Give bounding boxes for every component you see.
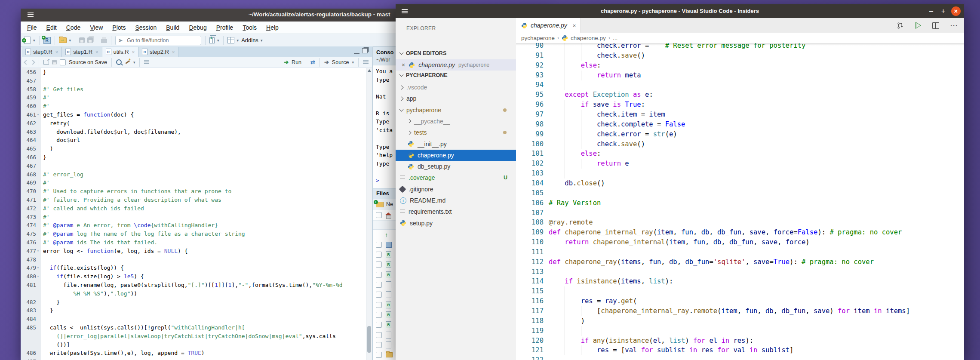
vscode-titlebar[interactable]: chaperone.py - pychaperone - Visual Stud…: [396, 4, 964, 18]
new-folder-icon[interactable]: [376, 202, 384, 207]
console-tab[interactable]: Conso: [376, 49, 393, 55]
fold-arrow-icon[interactable]: ▾: [37, 272, 39, 281]
sidebar-item-chaperone-py[interactable]: chaperone.py: [396, 150, 516, 161]
workspace-panes-icon[interactable]: [227, 37, 234, 43]
new-folder-label[interactable]: Ne: [386, 201, 393, 207]
menu-code[interactable]: Code: [61, 24, 85, 31]
file-checkbox[interactable]: [376, 332, 382, 338]
sidebar-item--gitignore[interactable]: .gitignore: [396, 184, 516, 195]
file-checkbox[interactable]: [376, 262, 382, 268]
menu-icon[interactable]: [28, 12, 34, 17]
sidebar-item-requirements-txt[interactable]: requirements.txt: [396, 206, 516, 217]
files-tab[interactable]: Files: [376, 190, 389, 197]
new-project-icon[interactable]: R: [43, 37, 51, 44]
file-checkbox[interactable]: [376, 282, 382, 288]
close-tab-icon[interactable]: ×: [132, 49, 135, 55]
file-checkbox[interactable]: [376, 292, 382, 298]
split-editor-icon[interactable]: [932, 22, 939, 29]
editor-tab-utils.r[interactable]: Rutils.R×: [102, 47, 139, 57]
source-button[interactable]: Source: [332, 59, 349, 65]
sidebar-item--coverage[interactable]: .coverageU: [396, 172, 516, 183]
code-editor[interactable]: 90 check.error = # Reset error message f…: [516, 43, 964, 360]
sidebar-item-readme-md[interactable]: iREADME.md: [396, 195, 516, 206]
menu-edit[interactable]: Edit: [42, 24, 61, 31]
editor-tab-step0.r[interactable]: Rstep0.R×: [22, 47, 62, 57]
file-checkbox[interactable]: [376, 352, 382, 358]
run-button[interactable]: Run: [292, 59, 301, 65]
sidebar-item--vscode[interactable]: .vscode: [396, 82, 516, 93]
import-dataset-icon[interactable]: [209, 37, 215, 43]
close-icon[interactable]: ×: [402, 62, 405, 68]
save-all-icon[interactable]: [87, 37, 93, 43]
forward-icon[interactable]: [30, 60, 35, 65]
sidebar-item--pycache-[interactable]: __pycache__: [396, 116, 516, 127]
goto-file-function-input[interactable]: [126, 37, 200, 44]
open-editors-section[interactable]: OPEN EDITORS: [396, 48, 516, 58]
scrollbar-thumb[interactable]: [367, 326, 371, 353]
close-button[interactable]: ×: [951, 6, 961, 16]
open-changes-icon[interactable]: [897, 22, 904, 29]
menu-profile[interactable]: Profile: [212, 24, 238, 31]
editor-tab-step2.r[interactable]: Rstep2.R×: [138, 47, 178, 57]
close-tab-icon[interactable]: ×: [55, 49, 58, 55]
new-file-caret-icon[interactable]: ▾: [33, 38, 35, 43]
sidebar-item-app[interactable]: app: [396, 93, 516, 104]
open-editor-item[interactable]: × chaperone.py pychaperone: [396, 59, 516, 71]
compile-report-icon[interactable]: [144, 60, 149, 65]
menu-session[interactable]: Session: [130, 24, 161, 31]
menu-view[interactable]: View: [85, 24, 108, 31]
fold-arrow-icon[interactable]: ▾: [37, 264, 39, 272]
back-icon[interactable]: [24, 60, 28, 65]
open-file-icon[interactable]: [59, 37, 67, 43]
rerun-icon[interactable]: ⇄: [310, 59, 315, 65]
document-outline-icon[interactable]: [363, 60, 369, 65]
save-source-icon[interactable]: [52, 60, 57, 65]
root-folder-section[interactable]: PYCHAPERONE: [396, 70, 516, 80]
menu-debug[interactable]: Debug: [184, 24, 211, 31]
file-checkbox[interactable]: [376, 242, 382, 248]
open-file-caret-icon[interactable]: ▾: [69, 38, 71, 43]
scroll-up-icon[interactable]: [368, 69, 371, 72]
console-prompt[interactable]: >: [376, 176, 382, 185]
sidebar-item-setup-py[interactable]: setup.py: [396, 218, 516, 229]
find-replace-icon[interactable]: [116, 59, 122, 65]
menu-tools[interactable]: Tools: [238, 24, 261, 31]
source-on-save-checkbox[interactable]: [60, 59, 66, 65]
tab-chaperone-py[interactable]: chaperone.py ×: [516, 18, 581, 33]
minimize-button[interactable]: –: [929, 4, 933, 18]
source-editor[interactable]: 456}457458#' Get files459#'460#'461▾get_…: [22, 68, 372, 360]
sidebar-item--init-py[interactable]: __init__.py: [396, 138, 516, 150]
close-tab-icon[interactable]: ×: [95, 49, 98, 55]
run-icon[interactable]: ➔: [284, 59, 289, 65]
editor-tab-step1.r[interactable]: Rstep1.R×: [62, 47, 102, 57]
menu-plots[interactable]: Plots: [108, 24, 130, 31]
sidebar-item-db-setup-py[interactable]: db_setup.py: [396, 161, 516, 172]
file-checkbox[interactable]: [376, 272, 382, 278]
breadcrumb-item[interactable]: pychaperone: [521, 35, 555, 41]
close-tab-icon[interactable]: ×: [573, 22, 576, 29]
file-checkbox[interactable]: [376, 322, 382, 328]
popout-editor-icon[interactable]: [43, 60, 49, 65]
run-python-file-icon[interactable]: [915, 22, 921, 29]
new-file-icon[interactable]: [24, 37, 31, 44]
addins-menu[interactable]: Addins ▾: [241, 37, 262, 43]
editor-scrollbar[interactable]: [957, 43, 957, 360]
breadcrumb-item[interactable]: chaperone.py: [571, 35, 606, 41]
panes-caret-icon[interactable]: ▾: [237, 38, 239, 43]
file-checkbox[interactable]: [376, 302, 382, 308]
file-checkbox[interactable]: [376, 342, 382, 348]
menu-file[interactable]: File: [22, 24, 42, 31]
fold-arrow-icon[interactable]: ▾: [37, 247, 39, 255]
menu-build[interactable]: Build: [161, 24, 184, 31]
fold-arrow-icon[interactable]: ▾: [37, 111, 39, 119]
file-checkbox[interactable]: [376, 252, 382, 258]
code-tools-caret-icon[interactable]: ▾: [133, 60, 135, 65]
sidebar-item-pychaperone[interactable]: pychaperone: [396, 105, 516, 116]
minimize-pane-icon[interactable]: [354, 49, 359, 54]
file-checkbox[interactable]: [376, 312, 382, 318]
source-caret-icon[interactable]: ▾: [352, 60, 354, 65]
code-tools-icon[interactable]: [125, 59, 130, 65]
select-all-checkbox[interactable]: [376, 212, 382, 218]
home-icon[interactable]: [385, 212, 391, 218]
menu-help[interactable]: Help: [261, 24, 283, 31]
